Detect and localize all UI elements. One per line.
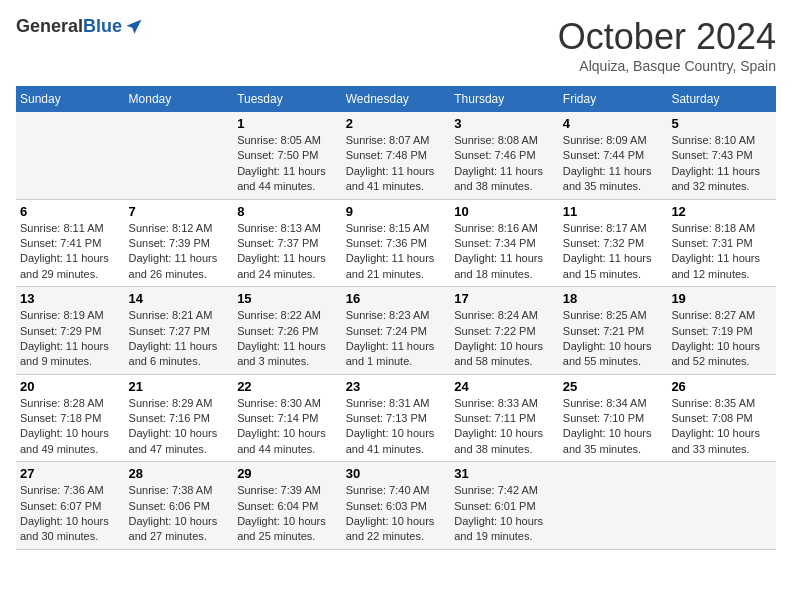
day-number: 15 [237,291,338,306]
day-info: Sunrise: 8:35 AMSunset: 7:08 PMDaylight:… [671,396,772,458]
calendar-cell: 19Sunrise: 8:27 AMSunset: 7:19 PMDayligh… [667,287,776,375]
day-number: 7 [129,204,230,219]
weekday-header-row: SundayMondayTuesdayWednesdayThursdayFrid… [16,86,776,112]
day-info: Sunrise: 8:29 AMSunset: 7:16 PMDaylight:… [129,396,230,458]
day-info: Sunrise: 8:33 AMSunset: 7:11 PMDaylight:… [454,396,555,458]
calendar-cell: 3Sunrise: 8:08 AMSunset: 7:46 PMDaylight… [450,112,559,199]
calendar-cell: 25Sunrise: 8:34 AMSunset: 7:10 PMDayligh… [559,374,668,462]
logo-blue-text: Blue [83,16,122,37]
day-number: 26 [671,379,772,394]
day-info: Sunrise: 8:13 AMSunset: 7:37 PMDaylight:… [237,221,338,283]
weekday-header-sunday: Sunday [16,86,125,112]
weekday-header-wednesday: Wednesday [342,86,451,112]
calendar-cell: 17Sunrise: 8:24 AMSunset: 7:22 PMDayligh… [450,287,559,375]
calendar-header: SundayMondayTuesdayWednesdayThursdayFrid… [16,86,776,112]
weekday-header-tuesday: Tuesday [233,86,342,112]
day-info: Sunrise: 8:16 AMSunset: 7:34 PMDaylight:… [454,221,555,283]
day-info: Sunrise: 8:23 AMSunset: 7:24 PMDaylight:… [346,308,447,370]
calendar-cell [667,462,776,550]
day-number: 24 [454,379,555,394]
calendar-cell: 10Sunrise: 8:16 AMSunset: 7:34 PMDayligh… [450,199,559,287]
day-info: Sunrise: 8:19 AMSunset: 7:29 PMDaylight:… [20,308,121,370]
month-title: October 2024 [558,16,776,58]
calendar-week-row: 20Sunrise: 8:28 AMSunset: 7:18 PMDayligh… [16,374,776,462]
day-number: 22 [237,379,338,394]
day-number: 12 [671,204,772,219]
day-number: 30 [346,466,447,481]
day-info: Sunrise: 7:38 AMSunset: 6:06 PMDaylight:… [129,483,230,545]
calendar-body: 1Sunrise: 8:05 AMSunset: 7:50 PMDaylight… [16,112,776,549]
day-number: 5 [671,116,772,131]
day-number: 3 [454,116,555,131]
page-header: General Blue October 2024 Alquiza, Basqu… [16,16,776,74]
weekday-header-saturday: Saturday [667,86,776,112]
day-info: Sunrise: 8:10 AMSunset: 7:43 PMDaylight:… [671,133,772,195]
day-info: Sunrise: 8:21 AMSunset: 7:27 PMDaylight:… [129,308,230,370]
calendar-cell: 26Sunrise: 8:35 AMSunset: 7:08 PMDayligh… [667,374,776,462]
day-info: Sunrise: 7:36 AMSunset: 6:07 PMDaylight:… [20,483,121,545]
calendar-cell: 7Sunrise: 8:12 AMSunset: 7:39 PMDaylight… [125,199,234,287]
day-number: 14 [129,291,230,306]
day-number: 9 [346,204,447,219]
calendar-cell: 16Sunrise: 8:23 AMSunset: 7:24 PMDayligh… [342,287,451,375]
day-info: Sunrise: 8:11 AMSunset: 7:41 PMDaylight:… [20,221,121,283]
weekday-header-friday: Friday [559,86,668,112]
calendar-cell: 27Sunrise: 7:36 AMSunset: 6:07 PMDayligh… [16,462,125,550]
day-number: 31 [454,466,555,481]
calendar-cell: 4Sunrise: 8:09 AMSunset: 7:44 PMDaylight… [559,112,668,199]
calendar-cell: 22Sunrise: 8:30 AMSunset: 7:14 PMDayligh… [233,374,342,462]
day-number: 11 [563,204,664,219]
day-info: Sunrise: 8:25 AMSunset: 7:21 PMDaylight:… [563,308,664,370]
calendar-cell [125,112,234,199]
calendar-cell: 6Sunrise: 8:11 AMSunset: 7:41 PMDaylight… [16,199,125,287]
calendar-cell [559,462,668,550]
day-info: Sunrise: 8:09 AMSunset: 7:44 PMDaylight:… [563,133,664,195]
calendar-cell [16,112,125,199]
weekday-header-thursday: Thursday [450,86,559,112]
day-info: Sunrise: 8:12 AMSunset: 7:39 PMDaylight:… [129,221,230,283]
day-number: 8 [237,204,338,219]
calendar-week-row: 27Sunrise: 7:36 AMSunset: 6:07 PMDayligh… [16,462,776,550]
calendar-cell: 5Sunrise: 8:10 AMSunset: 7:43 PMDaylight… [667,112,776,199]
day-number: 18 [563,291,664,306]
calendar-cell: 9Sunrise: 8:15 AMSunset: 7:36 PMDaylight… [342,199,451,287]
calendar-cell: 18Sunrise: 8:25 AMSunset: 7:21 PMDayligh… [559,287,668,375]
day-number: 10 [454,204,555,219]
day-info: Sunrise: 8:05 AMSunset: 7:50 PMDaylight:… [237,133,338,195]
calendar-week-row: 13Sunrise: 8:19 AMSunset: 7:29 PMDayligh… [16,287,776,375]
calendar-cell: 23Sunrise: 8:31 AMSunset: 7:13 PMDayligh… [342,374,451,462]
calendar-cell: 13Sunrise: 8:19 AMSunset: 7:29 PMDayligh… [16,287,125,375]
calendar-cell: 20Sunrise: 8:28 AMSunset: 7:18 PMDayligh… [16,374,125,462]
calendar-cell: 30Sunrise: 7:40 AMSunset: 6:03 PMDayligh… [342,462,451,550]
calendar-week-row: 1Sunrise: 8:05 AMSunset: 7:50 PMDaylight… [16,112,776,199]
day-info: Sunrise: 8:08 AMSunset: 7:46 PMDaylight:… [454,133,555,195]
day-number: 25 [563,379,664,394]
day-info: Sunrise: 8:17 AMSunset: 7:32 PMDaylight:… [563,221,664,283]
day-number: 2 [346,116,447,131]
day-number: 21 [129,379,230,394]
day-info: Sunrise: 8:15 AMSunset: 7:36 PMDaylight:… [346,221,447,283]
day-info: Sunrise: 8:28 AMSunset: 7:18 PMDaylight:… [20,396,121,458]
day-info: Sunrise: 8:24 AMSunset: 7:22 PMDaylight:… [454,308,555,370]
calendar-cell: 14Sunrise: 8:21 AMSunset: 7:27 PMDayligh… [125,287,234,375]
day-number: 23 [346,379,447,394]
day-number: 27 [20,466,121,481]
day-number: 20 [20,379,121,394]
day-number: 16 [346,291,447,306]
calendar-cell: 21Sunrise: 8:29 AMSunset: 7:16 PMDayligh… [125,374,234,462]
day-info: Sunrise: 8:18 AMSunset: 7:31 PMDaylight:… [671,221,772,283]
calendar-table: SundayMondayTuesdayWednesdayThursdayFrid… [16,86,776,550]
day-info: Sunrise: 8:31 AMSunset: 7:13 PMDaylight:… [346,396,447,458]
calendar-cell: 2Sunrise: 8:07 AMSunset: 7:48 PMDaylight… [342,112,451,199]
calendar-cell: 15Sunrise: 8:22 AMSunset: 7:26 PMDayligh… [233,287,342,375]
day-info: Sunrise: 8:07 AMSunset: 7:48 PMDaylight:… [346,133,447,195]
calendar-cell: 29Sunrise: 7:39 AMSunset: 6:04 PMDayligh… [233,462,342,550]
calendar-cell: 24Sunrise: 8:33 AMSunset: 7:11 PMDayligh… [450,374,559,462]
day-number: 4 [563,116,664,131]
location-subtitle: Alquiza, Basque Country, Spain [558,58,776,74]
day-number: 13 [20,291,121,306]
day-info: Sunrise: 7:40 AMSunset: 6:03 PMDaylight:… [346,483,447,545]
calendar-week-row: 6Sunrise: 8:11 AMSunset: 7:41 PMDaylight… [16,199,776,287]
logo: General Blue [16,16,144,37]
day-number: 28 [129,466,230,481]
